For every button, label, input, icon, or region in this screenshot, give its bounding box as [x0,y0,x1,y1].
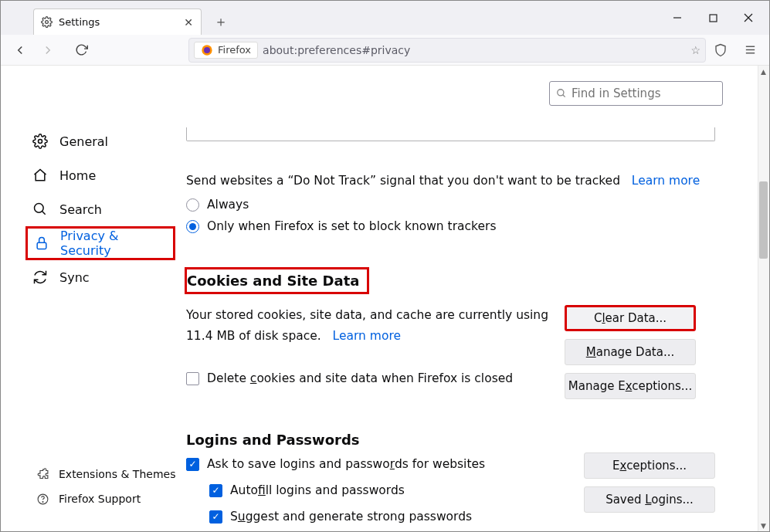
svg-line-14 [42,212,46,215]
tab-title: Settings [59,16,176,28]
sidebar-item-label: General [59,134,108,149]
cookies-learn-more-link[interactable]: Learn more [333,329,401,343]
browser-tab[interactable]: Settings ✕ [33,8,202,35]
sidebar-item-label: Sync [59,270,90,285]
prior-section-box [186,127,715,141]
radio-unchecked-icon[interactable] [186,198,199,212]
sidebar-item-sync[interactable]: Sync [32,260,186,294]
settings-page: ▲ ▼ Find in Settings General Home Search… [1,66,769,531]
sidebar-item-search[interactable]: Search [32,192,186,226]
checkbox-unchecked-icon[interactable] [186,372,199,385]
logins-exceptions-button[interactable]: Exceptions... [584,452,715,479]
lock-icon [34,235,49,252]
gear-icon [32,133,49,150]
dnt-learn-more-link[interactable]: Learn more [632,174,700,188]
dnt-radio-default[interactable]: Only when Firefox is set to block known … [186,219,715,233]
cookies-heading: Cookies and Site Data [185,267,369,294]
sidebar-item-general[interactable]: General [32,124,186,158]
home-icon [32,167,49,184]
puzzle-icon [36,468,49,481]
sidebar-item-privacy[interactable]: Privacy & Security [25,226,175,260]
checkbox-checked-icon[interactable] [186,458,199,471]
svg-rect-2 [710,15,717,22]
reload-button[interactable] [68,38,94,63]
suggest-passwords-checkbox[interactable]: Suggest and generate strong passwords [209,510,568,524]
sidebar-item-label: Privacy & Security [60,229,158,258]
svg-point-0 [45,21,48,24]
identity-box[interactable]: Firefox [194,42,258,59]
svg-rect-15 [37,242,46,249]
svg-point-6 [204,47,210,53]
titlebar: Settings ✕ ＋ [1,1,769,35]
url-bar[interactable]: Firefox about:preferences#privacy ☆ [188,38,706,63]
svg-point-17 [42,501,43,502]
sidebar-item-label: Search [59,202,102,217]
pocket-icon[interactable] [707,38,734,63]
dnt-radio-always[interactable]: Always [186,198,715,212]
manage-data-button[interactable]: Manage Data... [565,339,696,365]
sidebar-item-home[interactable]: Home [32,158,186,192]
identity-label: Firefox [218,44,251,56]
search-icon [32,201,49,218]
bookmark-star-icon[interactable]: ☆ [690,44,700,56]
checkbox-label: Suggest and generate strong passwords [230,510,472,524]
sidebar-item-label: Home [59,168,96,183]
radio-label: Always [207,198,249,212]
sidebar-footer-label: Extensions & Themes [59,468,175,480]
svg-point-12 [39,140,42,144]
main-content: Send websites a “Do Not Track” signal th… [186,66,769,531]
logins-heading: Logins and Passwords [186,432,360,448]
checkbox-label: Autofill logins and passwords [230,483,405,497]
sidebar: General Home Search Privacy & Security S… [1,66,186,531]
sidebar-footer-support[interactable]: Firefox Support [36,486,186,511]
saved-logins-button[interactable]: Saved Logins... [584,486,715,513]
checkbox-label: Ask to save logins and passwords for web… [207,457,485,471]
new-tab-button[interactable]: ＋ [209,10,232,33]
close-tab-icon[interactable]: ✕ [182,16,195,29]
gear-icon [40,16,53,29]
forward-button[interactable] [35,38,61,63]
checkbox-checked-icon[interactable] [209,510,222,524]
checkbox-checked-icon[interactable] [209,484,222,497]
sync-icon [32,269,49,286]
autofill-checkbox[interactable]: Autofill logins and passwords [209,483,568,497]
cookies-desc: Your stored cookies, site data, and cach… [186,305,549,346]
checkbox-label: Delete cookies and site data when Firefo… [207,371,513,385]
url-text: about:preferences#privacy [263,44,410,56]
app-menu-icon[interactable] [737,38,763,63]
minimize-button[interactable] [660,5,695,30]
svg-point-13 [35,204,44,213]
dnt-text: Send websites a “Do Not Track” signal th… [186,172,715,190]
radio-label: Only when Firefox is set to block known … [207,219,497,233]
radio-checked-icon[interactable] [186,220,199,233]
back-button[interactable] [7,38,33,63]
maximize-button[interactable] [695,5,731,30]
window-close-button[interactable] [731,5,766,30]
sidebar-footer-label: Firefox Support [59,493,141,505]
nav-toolbar: Firefox about:preferences#privacy ☆ [1,35,769,66]
sidebar-footer-extensions[interactable]: Extensions & Themes [36,462,186,486]
question-icon [36,493,49,506]
firefox-icon [201,44,213,56]
ask-save-checkbox[interactable]: Ask to save logins and passwords for web… [186,457,568,471]
manage-exceptions-button[interactable]: Manage Exceptions... [565,373,696,399]
clear-data-button[interactable]: Clear Data... [565,305,696,331]
